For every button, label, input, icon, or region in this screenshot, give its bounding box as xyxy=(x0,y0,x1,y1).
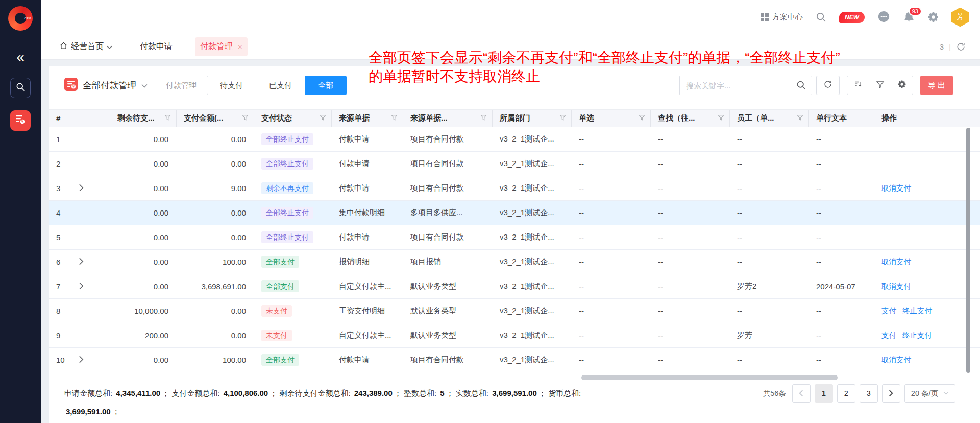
close-icon[interactable]: × xyxy=(238,42,242,51)
op-link[interactable]: 取消支付 xyxy=(881,355,911,365)
breadcrumb-tab[interactable]: 付款申请 xyxy=(135,37,178,56)
filter-icon[interactable] xyxy=(242,114,249,123)
breadcrumb-tab-label: 付款申请 xyxy=(140,41,173,52)
table-header-cell[interactable]: 支付金额(... xyxy=(177,110,254,127)
table-row[interactable]: 60.00100.00全部支付报销明细项目报销v3_2_1测试企...-----… xyxy=(49,250,980,274)
table-header-cell[interactable]: 单选 xyxy=(572,110,651,127)
text-cell: -- xyxy=(809,225,874,249)
table-header-cell[interactable]: 剩余待支... xyxy=(110,110,177,127)
table-header-cell[interactable]: 查找（往... xyxy=(651,110,730,127)
amount-cell: 100.00 xyxy=(177,250,254,274)
scheme-center-link[interactable]: 方案中心 xyxy=(761,12,803,22)
expand-row-icon[interactable] xyxy=(79,184,84,193)
refresh-table-button[interactable] xyxy=(816,76,840,95)
filter-icon[interactable] xyxy=(797,114,803,123)
op-link[interactable]: 终止支付 xyxy=(902,306,932,316)
expand-row-icon[interactable] xyxy=(79,257,84,267)
settings-gear-icon[interactable] xyxy=(927,11,939,23)
table-header-cell[interactable]: 操作 xyxy=(874,110,965,127)
breadcrumb-tab[interactable]: 经营首页 xyxy=(54,37,117,56)
source_type-cell: 项目有合同付款 xyxy=(403,176,493,200)
scheme-center-label: 方案中心 xyxy=(772,12,803,22)
filter-button[interactable] xyxy=(869,76,891,95)
table-row[interactable]: 30.009.00剩余不再支付付款申请项目有合同付款v3_2_1测试企...--… xyxy=(49,176,980,201)
new-badge[interactable]: NEW xyxy=(839,12,865,23)
filter-icon[interactable] xyxy=(718,114,724,123)
lookup-cell: -- xyxy=(651,201,730,225)
table-row[interactable]: 40.000.00全部终止支付集中付款明细多项目多供应...v3_2_1测试企.… xyxy=(49,201,980,225)
prev-page-button[interactable] xyxy=(792,384,811,403)
next-page-button[interactable] xyxy=(882,384,900,403)
table-header-cell[interactable]: 来源单据 xyxy=(332,110,403,127)
table-row[interactable]: 20.000.00全部终止支付付款申请项目有合同付款v3_2_1测试企...--… xyxy=(49,152,980,176)
page-button[interactable]: 3 xyxy=(860,384,878,403)
table-header-cell[interactable]: 所属部门 xyxy=(493,110,572,127)
sort-order-button[interactable] xyxy=(847,76,869,95)
op-link[interactable]: 取消支付 xyxy=(881,183,911,193)
text-cell: -- xyxy=(809,152,874,176)
filter-icon[interactable] xyxy=(391,114,398,123)
view-title: 全部付款管理 xyxy=(83,79,136,91)
search-icon[interactable] xyxy=(796,80,806,92)
breadcrumb-tab[interactable]: 付款管理× xyxy=(195,37,248,56)
table-row[interactable]: 810,000.000.00未支付工资支付明细默认业务类型v3_2_1测试企..… xyxy=(49,299,980,323)
segment-tab[interactable]: 全部 xyxy=(305,76,347,95)
toolbar: ¥ 全部付款管理 付款管理 待支付已支付全部 xyxy=(64,75,953,96)
op-link[interactable]: 终止支付 xyxy=(902,331,932,340)
filter-icon[interactable] xyxy=(164,114,171,123)
source_type-cell: 多项目多供应... xyxy=(403,201,493,225)
expand-row-icon[interactable] xyxy=(79,282,84,291)
refresh-icon xyxy=(823,80,832,91)
radio-cell: -- xyxy=(572,201,651,225)
table-row[interactable]: 50.000.00全部终止支付付款申请项目有合同付款v3_2_1测试企...--… xyxy=(49,225,980,250)
page-size-select[interactable]: 20 条/页 xyxy=(904,384,955,403)
segment-tab[interactable]: 待支付 xyxy=(207,76,256,95)
segment-tab[interactable]: 已支付 xyxy=(256,76,305,95)
op-link[interactable]: 取消支付 xyxy=(881,257,911,267)
filter-icon[interactable] xyxy=(639,114,645,123)
horizontal-scrollbar[interactable] xyxy=(581,375,838,380)
column-label: 查找（往... xyxy=(658,113,695,123)
sidebar-search-button[interactable] xyxy=(10,78,31,98)
view-title-dropdown[interactable]: ¥ 全部付款管理 xyxy=(64,78,148,93)
table-header-cell[interactable]: 支付状态 xyxy=(254,110,332,127)
export-button[interactable]: 导出 xyxy=(920,76,953,95)
avatar[interactable]: 芳 xyxy=(951,8,969,27)
module-label[interactable]: 付款管理 xyxy=(166,81,197,90)
filter-icon[interactable] xyxy=(559,114,566,123)
table-row[interactable]: 9200.000.00未支付自定义付款主...默认业务类型v3_2_1测试企..… xyxy=(49,323,980,348)
page-button[interactable]: 1 xyxy=(815,384,833,403)
table-row[interactable]: 10.000.00全部终止支付付款申请项目有合同付款v3_2_1测试企...--… xyxy=(49,127,980,152)
table-header-cell[interactable]: 单行文本 xyxy=(809,110,874,127)
employee-cell: -- xyxy=(730,176,809,200)
expand-row-icon[interactable] xyxy=(79,356,84,365)
filter-icon[interactable] xyxy=(320,114,326,123)
dept-cell: v3_2_1测试企... xyxy=(493,225,572,249)
table-row[interactable]: 70.003,698,691.00全部支付自定义付款主...默认业务类型v3_2… xyxy=(49,274,980,299)
source-cell: 付款申请 xyxy=(332,176,403,200)
lookup-cell: -- xyxy=(651,127,730,151)
sidebar-item-payment-module[interactable]: ¥ xyxy=(10,110,31,131)
table-header-cell[interactable]: 来源单据... xyxy=(403,110,493,127)
table-header: #剩余待支...支付金额(...支付状态来源单据来源单据...所属部门单选查找（… xyxy=(49,109,980,127)
vertical-scrollbar[interactable] xyxy=(966,128,970,373)
op-link[interactable]: 支付 xyxy=(881,331,896,340)
global-search-icon[interactable] xyxy=(815,11,827,23)
dept-cell: v3_2_1测试企... xyxy=(493,348,572,372)
search-input[interactable] xyxy=(679,76,812,95)
op-link[interactable]: 支付 xyxy=(881,306,896,316)
table-header-cell[interactable]: # xyxy=(49,110,110,127)
filter-icon[interactable] xyxy=(480,114,487,123)
column-settings-button[interactable] xyxy=(891,76,913,95)
summary-label: 支付金额总和: xyxy=(172,389,222,397)
page-button[interactable]: 2 xyxy=(837,384,855,403)
collapse-sidebar-icon[interactable]: « xyxy=(0,49,41,65)
op-link[interactable]: 取消支付 xyxy=(881,281,911,291)
radio-cell: -- xyxy=(572,348,651,372)
refresh-tabs-icon[interactable] xyxy=(956,42,966,52)
table-row[interactable]: 100.00100.00全部支付付款申请项目有合同付款v3_2_1测试企...-… xyxy=(49,348,980,372)
status-badge: 剩余不再支付 xyxy=(261,182,313,194)
notification-bell-icon[interactable]: 93 xyxy=(903,11,915,24)
chat-icon[interactable] xyxy=(877,10,891,24)
table-header-cell[interactable]: 员工（单... xyxy=(730,110,809,127)
